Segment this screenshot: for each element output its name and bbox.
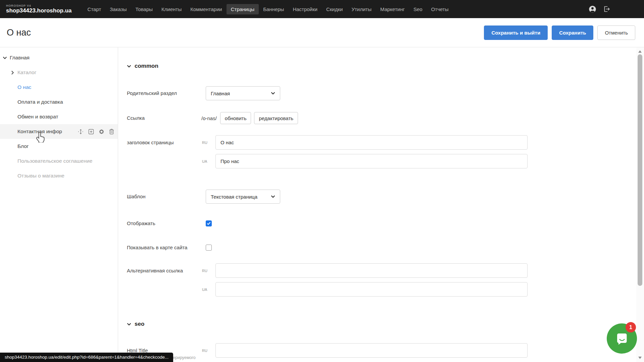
- nav-item-marketing[interactable]: Маркетинг: [376, 4, 409, 14]
- sidebar-item-label: Обмен и возврат: [17, 114, 58, 120]
- sidebar-item-payment-delivery[interactable]: Оплата и доставка: [0, 95, 118, 109]
- section-title: seo: [135, 321, 144, 327]
- shop-logo[interactable]: HOROSHOP V4 shop34423.horoshop.ua: [6, 4, 72, 14]
- nav-item-seo[interactable]: Seo: [409, 4, 427, 14]
- add-page-icon[interactable]: [88, 128, 94, 135]
- html-title-input-ru[interactable]: [215, 343, 528, 358]
- pages-tree-sidebar: Главная Каталог О нас Оплата и доставка …: [0, 47, 118, 362]
- sidebar-item-store-reviews[interactable]: Отзывы о магазине: [0, 168, 118, 183]
- save-and-exit-button[interactable]: Сохранить и выйти: [484, 25, 548, 40]
- sidebar-item-label: О нас: [17, 84, 31, 90]
- sidebar-item-catalog[interactable]: Каталог: [0, 65, 118, 80]
- chevron-down-icon[interactable]: [3, 56, 7, 59]
- template-select[interactable]: Текстовая страница: [206, 190, 280, 204]
- nav-item-banners[interactable]: Баннеры: [259, 4, 288, 14]
- sidebar-item-home[interactable]: Главная: [0, 50, 118, 65]
- sidebar-item-label: Оплата и доставка: [17, 99, 63, 105]
- link-row: Ссылка /o-nas/ обновить редактировать: [127, 112, 636, 124]
- chat-unread-badge: 1: [626, 322, 636, 332]
- page-title-row: заголовок страницы RU UA: [127, 135, 636, 173]
- field-label: Шаблон: [127, 190, 199, 204]
- link-path: /o-nas/: [201, 115, 217, 121]
- logo-version: HOROSHOP V4: [6, 4, 72, 7]
- logo-domain: shop34423.horoshop.ua: [6, 7, 72, 14]
- sidebar-item-exchange-return[interactable]: Обмен и возврат: [0, 109, 118, 124]
- sidebar-item-label: Пользовательское соглашение: [17, 158, 92, 164]
- field-label: Отображать: [127, 220, 199, 227]
- alt-link-row: Альтернативная ссылка RU UA: [127, 263, 636, 301]
- page-edit-form: common Родительский раздел Главная Ссылк…: [118, 47, 636, 362]
- parent-section-row: Родительский раздел Главная: [127, 86, 636, 100]
- main-menu: Старт Заказы Товары Клиенты Комментарии …: [83, 4, 453, 14]
- sidebar-item-label: Отзывы о магазине: [17, 173, 64, 179]
- nav-item-settings[interactable]: Настройки: [288, 4, 322, 14]
- nav-item-orders[interactable]: Заказы: [105, 4, 131, 14]
- sitemap-checkbox[interactable]: [206, 245, 212, 251]
- page-title-input-ua[interactable]: [215, 154, 528, 168]
- chevron-down-icon: [271, 92, 275, 95]
- nav-item-pages[interactable]: Страницы: [227, 4, 259, 14]
- section-title: common: [135, 63, 158, 69]
- tree-item-actions: [78, 128, 114, 135]
- sidebar-item-user-agreement[interactable]: Пользовательское соглашение: [0, 154, 118, 168]
- settings-gear-icon[interactable]: [98, 128, 105, 135]
- field-label: Ссылка: [127, 112, 199, 124]
- page-title-input-ru[interactable]: [215, 135, 528, 150]
- sidebar-item-label: Каталог: [17, 69, 36, 75]
- lang-tag-ru: RU: [199, 349, 215, 353]
- scrollbar-thumb[interactable]: [638, 54, 642, 286]
- nav-item-clients[interactable]: Клиенты: [157, 4, 186, 14]
- field-label: Альтернативная ссылка: [127, 263, 199, 301]
- field-label: заголовок страницы: [127, 135, 199, 173]
- cancel-button[interactable]: Отменить: [597, 25, 635, 40]
- sitemap-row: Показывать в карте сайта: [127, 244, 636, 251]
- sidebar-item-contact-info[interactable]: Контактная инфор: [0, 124, 118, 139]
- select-value: Текстовая страница: [211, 194, 257, 200]
- move-icon[interactable]: [78, 128, 84, 135]
- page-title: О нас: [7, 28, 31, 38]
- alt-link-input-ru[interactable]: [215, 263, 528, 278]
- page-header: О нас Сохранить и выйти Сохранить Отмени…: [0, 18, 644, 47]
- chevron-down-icon: [271, 195, 275, 198]
- nav-item-utilities[interactable]: Утилиты: [347, 4, 376, 14]
- nav-item-reports[interactable]: Отчеты: [427, 4, 453, 14]
- sidebar-item-label: Блог: [17, 143, 29, 149]
- save-button[interactable]: Сохранить: [552, 25, 593, 40]
- chevron-down-icon: [127, 65, 131, 68]
- parent-section-select[interactable]: Главная: [206, 86, 280, 100]
- sidebar-item-label: Контактная инфор: [17, 128, 62, 135]
- status-url-tooltip: shop34423.horoshop.ua/edit/edit.php?id=6…: [0, 353, 173, 362]
- nav-item-products[interactable]: Товары: [131, 4, 157, 14]
- vertical-scrollbar: [636, 47, 644, 362]
- logout-icon[interactable]: [603, 5, 610, 13]
- navbar-right: [589, 5, 610, 13]
- nav-item-comments[interactable]: Комментарии: [186, 4, 226, 14]
- chat-bubble-icon: [614, 331, 630, 346]
- account-icon[interactable]: [589, 5, 596, 13]
- chevron-right-icon[interactable]: [11, 70, 14, 75]
- alt-link-input-ua[interactable]: [215, 282, 528, 297]
- template-row: Шаблон Текстовая страница: [127, 190, 636, 204]
- scroll-up-arrow-icon[interactable]: [638, 50, 642, 53]
- delete-trash-icon[interactable]: [109, 128, 114, 135]
- sidebar-item-blog[interactable]: Блог: [0, 139, 118, 154]
- check-icon: [207, 222, 211, 225]
- section-common[interactable]: common: [127, 63, 636, 69]
- scroll-down-arrow-icon[interactable]: [638, 357, 642, 359]
- top-navbar: HOROSHOP V4 shop34423.horoshop.ua Старт …: [0, 0, 644, 18]
- display-checkbox[interactable]: [206, 220, 212, 226]
- lang-tag-ua: UA: [199, 288, 215, 292]
- header-buttons: Сохранить и выйти Сохранить Отменить: [484, 25, 635, 40]
- chevron-down-icon: [127, 323, 131, 326]
- edit-link-button[interactable]: редактировать: [254, 112, 298, 124]
- section-seo[interactable]: seo: [127, 321, 636, 327]
- link-controls: /o-nas/ обновить редактировать: [201, 112, 298, 124]
- nav-item-discounts[interactable]: Скидки: [322, 4, 347, 14]
- field-label: Родительский раздел: [127, 86, 199, 100]
- sidebar-item-label: Главная: [10, 55, 30, 61]
- display-row: Отображать: [127, 220, 636, 227]
- lang-tag-ua: UA: [199, 159, 215, 163]
- sidebar-item-about[interactable]: О нас: [0, 80, 118, 95]
- refresh-link-button[interactable]: обновить: [220, 112, 251, 124]
- nav-item-start[interactable]: Старт: [83, 4, 106, 14]
